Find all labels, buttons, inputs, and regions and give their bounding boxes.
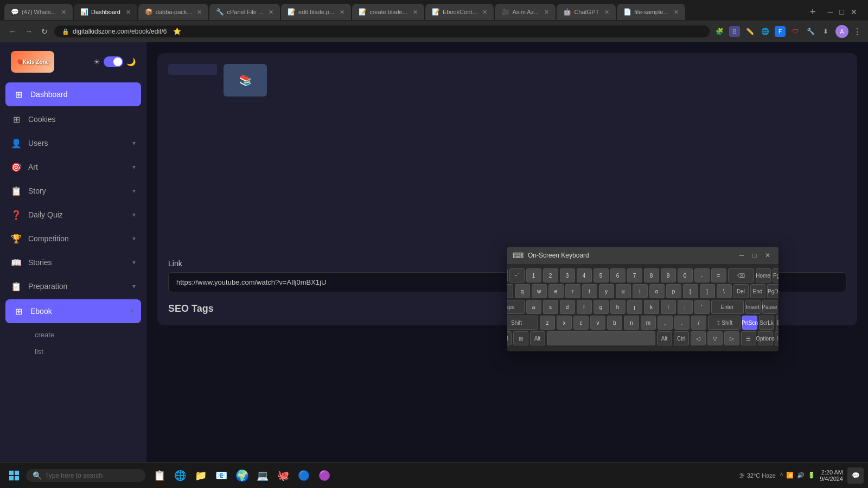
taskbar-app-chrome[interactable]: 🌍 xyxy=(232,466,252,485)
taskbar-app-explorer[interactable]: 📁 xyxy=(191,466,210,485)
taskbar-time[interactable]: 2:20 AM 9/4/2024 xyxy=(820,469,843,482)
tab-close-button[interactable]: ✕ xyxy=(61,9,66,16)
taskbar-app-python[interactable]: 🟣 xyxy=(315,466,334,485)
key-lbracket[interactable]: [ xyxy=(683,284,698,298)
minimize-button[interactable]: ─ xyxy=(828,8,833,16)
network-icon[interactable]: 📶 xyxy=(786,472,794,479)
menu-key[interactable]: ☰ xyxy=(741,331,756,345)
key-rbracket[interactable]: ] xyxy=(700,284,715,298)
on-screen-keyboard[interactable]: ⌨ On-Screen Keyboard ─ □ ✕ Esc ~` 1 2 3 … xyxy=(507,247,778,351)
theme-toggle-switch[interactable] xyxy=(104,56,123,67)
tab-close-button[interactable]: ✕ xyxy=(544,9,549,16)
osk-close-button[interactable]: ✕ xyxy=(762,250,773,261)
key-j[interactable]: j xyxy=(627,300,642,314)
enter-key[interactable]: Enter xyxy=(711,300,744,314)
ctrl-right-key[interactable]: Ctrl xyxy=(674,331,689,345)
ebook-create-link[interactable]: create xyxy=(28,326,146,343)
insert-key[interactable]: Insert xyxy=(745,300,761,314)
key-5[interactable]: 5 xyxy=(593,268,609,282)
extensions-icon[interactable]: 🧩 xyxy=(714,26,725,37)
battery-icon[interactable]: 🔋 xyxy=(808,472,815,479)
pgdn-key[interactable]: PgDn xyxy=(767,284,779,298)
key-z[interactable]: z xyxy=(540,316,555,330)
browser-tab-10[interactable]: 📄 file-sample... ✕ xyxy=(617,4,685,20)
key-q[interactable]: q xyxy=(515,284,530,298)
key-3[interactable]: 3 xyxy=(560,268,575,282)
backspace-key[interactable]: ⌫ xyxy=(728,268,754,282)
down-arrow-key[interactable]: ▽ xyxy=(707,331,723,345)
menu-button[interactable]: ⋮ xyxy=(853,27,861,37)
prtscn-key[interactable]: PrtScn xyxy=(742,316,757,330)
browser-tab-8[interactable]: 🎥 Asim Az... ✕ xyxy=(495,4,556,20)
ctrl-key[interactable]: Ctrl xyxy=(507,331,512,345)
key-v[interactable]: v xyxy=(590,316,605,330)
maximize-button[interactable]: □ xyxy=(840,8,844,16)
key-period[interactable]: . xyxy=(674,316,690,330)
key-o[interactable]: o xyxy=(649,284,665,298)
sidebar-item-competition[interactable]: 🏆 Competition ▾ xyxy=(0,227,146,251)
sidebar-item-art[interactable]: 🎯 Art ▾ xyxy=(0,155,146,179)
pgup-key[interactable]: PgUp xyxy=(773,268,779,282)
key-r[interactable]: r xyxy=(565,284,580,298)
key-f[interactable]: f xyxy=(577,300,592,314)
tab-close-button[interactable]: ✕ xyxy=(340,9,344,16)
key-minus[interactable]: - xyxy=(694,268,710,282)
key-8[interactable]: 8 xyxy=(644,268,659,282)
key-d[interactable]: d xyxy=(560,300,575,314)
alt-key[interactable]: Alt xyxy=(530,331,545,345)
start-button[interactable] xyxy=(4,466,24,485)
sidebar-item-users[interactable]: 👤 Users ▾ xyxy=(0,131,146,155)
key-h[interactable]: h xyxy=(610,300,626,314)
key-k[interactable]: k xyxy=(644,300,659,314)
sidebar-item-preparation[interactable]: 📋 Preparation ▾ xyxy=(0,274,146,298)
taskbar-app-github[interactable]: 🐙 xyxy=(273,466,293,485)
tab-key[interactable]: Tab xyxy=(507,284,513,298)
home-key[interactable]: Home xyxy=(756,268,771,282)
extensions2-icon[interactable]: 🔧 xyxy=(805,26,816,37)
key-i[interactable]: i xyxy=(633,284,648,298)
browser-tab-5[interactable]: 📝 edit.blade.p... ✕ xyxy=(281,4,351,20)
key-backslash[interactable]: \ xyxy=(717,284,732,298)
new-tab-button[interactable]: + xyxy=(806,7,820,18)
tab-close-button[interactable]: ✕ xyxy=(413,9,418,16)
browser-icon3[interactable]: 🌐 xyxy=(760,26,770,37)
dock-key[interactable]: Dock xyxy=(776,316,778,330)
key-n[interactable]: n xyxy=(624,316,639,330)
options-key[interactable]: Options xyxy=(758,331,773,345)
osk-minimize-button[interactable]: ─ xyxy=(736,250,747,261)
tab-close-button[interactable]: ✕ xyxy=(126,9,131,16)
key-y[interactable]: y xyxy=(599,284,614,298)
key-1[interactable]: 1 xyxy=(526,268,541,282)
key-m[interactable]: m xyxy=(641,316,656,330)
tab-close-button[interactable]: ✕ xyxy=(674,9,679,16)
ebook-list-link[interactable]: list xyxy=(28,343,146,360)
left-shift-key[interactable]: Shift xyxy=(507,316,538,330)
download-icon[interactable]: ⬇ xyxy=(820,26,831,37)
osk-maximize-button[interactable]: □ xyxy=(749,250,760,261)
back-button[interactable]: ← xyxy=(7,25,18,38)
space-key[interactable] xyxy=(547,331,655,345)
sidebar-item-cookies[interactable]: ⊞ Cookies xyxy=(0,107,146,131)
key-a[interactable]: a xyxy=(526,300,541,314)
key-b[interactable]: b xyxy=(607,316,622,330)
key-l[interactable]: l xyxy=(661,300,676,314)
taskbar-app-edge[interactable]: 🌐 xyxy=(170,466,190,485)
sidebar-item-stories[interactable]: 📖 Stories ▾ xyxy=(0,251,146,274)
key-slash[interactable]: / xyxy=(691,316,706,330)
browser-tab-6[interactable]: 📝 create.blade... ✕ xyxy=(352,4,424,20)
left-arrow-key[interactable]: ◁ xyxy=(691,331,706,345)
taskbar-app-view[interactable]: 📋 xyxy=(150,466,169,485)
tab-close-button[interactable]: ✕ xyxy=(604,9,609,16)
close-button[interactable]: ✕ xyxy=(851,8,857,16)
tab-close-button[interactable]: ✕ xyxy=(482,9,487,16)
help-key[interactable]: Help xyxy=(775,331,779,345)
key-u[interactable]: u xyxy=(616,284,631,298)
browser-tab-9[interactable]: 🤖 ChatGPT ✕ xyxy=(557,4,616,20)
volume-icon[interactable]: 🔊 xyxy=(797,472,805,479)
taskbar-app-mail[interactable]: 📧 xyxy=(212,466,231,485)
sidebar-item-story[interactable]: 📋 Story ▾ xyxy=(0,179,146,203)
key-0[interactable]: 0 xyxy=(678,268,693,282)
tilde-key[interactable]: ~` xyxy=(509,268,525,282)
chevron-icon[interactable]: ^ xyxy=(780,472,783,479)
caps-key[interactable]: Caps xyxy=(507,300,525,314)
